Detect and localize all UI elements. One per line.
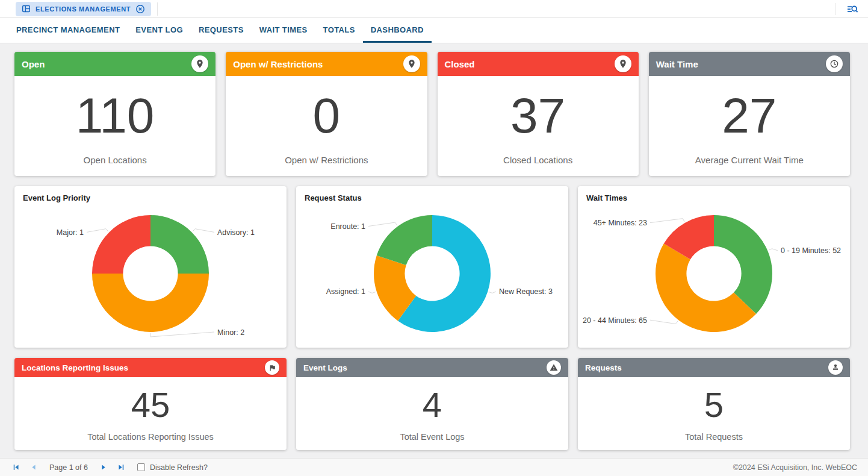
manage-search-button[interactable]	[845, 2, 860, 16]
event-logs-button[interactable]	[547, 360, 561, 375]
map-view-button[interactable]	[191, 55, 208, 72]
top-bar: ELECTIONS MANAGEMENT	[0, 0, 868, 18]
warning-icon	[550, 363, 558, 372]
donut-slice	[92, 274, 209, 332]
slice-label: Advisory: 1	[217, 228, 255, 237]
stat-card-open-restrictions: Open w/ Restrictions 0 Open w/ Restricti…	[226, 52, 427, 176]
label-connector	[489, 292, 496, 293]
stat-value: 37	[510, 76, 565, 155]
chart-card-wait-times: Wait Times 0 - 19 Minutes: 5220 - 44 Min…	[578, 186, 850, 348]
first-page-button[interactable]	[11, 462, 21, 472]
slice-label: New Request: 3	[499, 287, 553, 296]
slice-label: Major: 1	[57, 228, 84, 237]
slice-label: 20 - 44 Minutes: 65	[583, 316, 647, 325]
tab-requests[interactable]: REQUESTS	[191, 18, 252, 43]
tab-precinct-management[interactable]: PRECINCT MANAGEMENT	[8, 18, 128, 43]
stat-card-header: Event Logs	[296, 358, 568, 377]
stat-value: 4	[423, 377, 442, 432]
stat-card-wait-time: Wait Time 27 Average Current Wait Time	[649, 52, 850, 176]
pagination: Page 1 of 6	[11, 462, 126, 472]
label-connector	[87, 229, 108, 233]
stat-card-title: Wait Time	[656, 59, 698, 69]
last-page-icon	[117, 463, 126, 472]
label-connector	[769, 249, 778, 251]
slice-label: 0 - 19 Minutes: 52	[781, 246, 841, 255]
donut-chart-wait-times: 0 - 19 Minutes: 5220 - 44 Minutes: 6545+…	[578, 204, 850, 345]
chart-card-request-status: Request Status New Request: 3Assigned: 1…	[296, 186, 568, 348]
stat-card-title: Requests	[585, 363, 622, 372]
stat-card-title: Closed	[445, 59, 475, 69]
donut-slice	[150, 215, 209, 274]
donut-slice	[377, 215, 432, 265]
label-connector	[368, 292, 376, 293]
stat-value: 0	[313, 76, 341, 155]
first-page-icon	[11, 463, 20, 472]
label-connector	[193, 229, 214, 233]
stat-card-title: Open w/ Restrictions	[233, 59, 323, 69]
stat-caption: Total Event Logs	[400, 432, 464, 442]
clock-icon	[829, 59, 839, 69]
slice-label: Enroute: 1	[330, 222, 365, 231]
stat-caption: Open Locations	[84, 155, 147, 165]
label-connector	[150, 332, 214, 337]
divider	[835, 3, 835, 15]
close-circle-icon[interactable]	[135, 4, 145, 14]
slice-label: Assigned: 1	[326, 287, 365, 296]
requests-button[interactable]	[828, 360, 843, 375]
stat-card-event-logs: Event Logs 4 Total Event Logs	[296, 358, 568, 450]
stat-card-header: Locations Reporting Issues	[14, 358, 287, 377]
next-page-button[interactable]	[99, 462, 109, 472]
stat-card-title: Locations Reporting Issues	[22, 363, 128, 372]
stat-card-header: Open w/ Restrictions	[226, 52, 427, 76]
donut-chart-event-log-priority: Advisory: 1Minor: 2Major: 1	[14, 204, 287, 345]
stat-caption: Open w/ Restrictions	[285, 155, 368, 165]
stat-caption: Total Requests	[685, 432, 743, 442]
tab-wait-times[interactable]: WAIT TIMES	[252, 18, 315, 43]
stat-card-requests: Requests 5 Total Requests	[578, 358, 850, 450]
stat-card-title: Event Logs	[303, 363, 347, 372]
divider	[157, 2, 158, 16]
map-view-button[interactable]	[403, 55, 420, 72]
stat-card-title: Open	[22, 59, 45, 69]
approval-icon	[831, 363, 840, 372]
tab-dashboard[interactable]: DASHBOARD	[363, 18, 432, 43]
stat-value: 27	[722, 76, 777, 155]
board-icon	[22, 4, 31, 13]
slice-label: Minor: 2	[217, 328, 244, 337]
stat-caption: Average Current Wait Time	[695, 155, 804, 165]
slice-label: 45+ Minutes: 23	[594, 219, 647, 227]
stat-card-closed: Closed 37 Closed Locations	[438, 52, 639, 176]
location-pin-icon	[407, 59, 417, 69]
stat-card-header: Wait Time	[649, 52, 850, 76]
view-tabs: PRECINCT MANAGEMENT EVENT LOG REQUESTS W…	[0, 18, 868, 43]
last-page-button[interactable]	[116, 462, 126, 472]
location-pin-icon	[195, 59, 205, 69]
map-view-button[interactable]	[615, 55, 631, 72]
disable-refresh-toggle[interactable]: Disable Refresh?	[137, 463, 208, 472]
chart-title: Request Status	[296, 186, 568, 204]
disable-refresh-checkbox[interactable]	[137, 463, 145, 471]
manage-search-icon	[846, 3, 858, 15]
donut-slice	[92, 215, 150, 274]
disable-refresh-label: Disable Refresh?	[150, 463, 208, 472]
label-connector	[650, 320, 678, 324]
location-pin-icon	[618, 59, 628, 69]
stat-card-open: Open 110 Open Locations	[14, 52, 215, 176]
donut-chart-request-status: New Request: 3Assigned: 1Enroute: 1	[296, 204, 568, 345]
next-page-icon	[99, 463, 108, 472]
stat-value: 110	[76, 76, 155, 155]
page-indicator: Page 1 of 6	[49, 463, 88, 472]
stat-card-locations-reporting-issues: Locations Reporting Issues 45 Total Loca…	[14, 358, 287, 450]
stat-card-header: Closed	[438, 52, 639, 76]
tab-event-log[interactable]: EVENT LOG	[128, 18, 191, 43]
chart-title: Wait Times	[578, 186, 850, 204]
label-connector	[650, 219, 684, 223]
stat-card-header: Open	[14, 52, 215, 76]
dashboard-content: Open 110 Open Locations Open w/ Restrict…	[0, 43, 868, 450]
board-tab-elections-management[interactable]: ELECTIONS MANAGEMENT	[16, 2, 151, 16]
wait-time-button[interactable]	[826, 55, 843, 72]
issues-flag-button[interactable]	[265, 360, 279, 375]
previous-page-button[interactable]	[28, 462, 39, 472]
tab-totals[interactable]: TOTALS	[315, 18, 363, 43]
chart-card-event-log-priority: Event Log Priority Advisory: 1Minor: 2Ma…	[14, 186, 287, 348]
